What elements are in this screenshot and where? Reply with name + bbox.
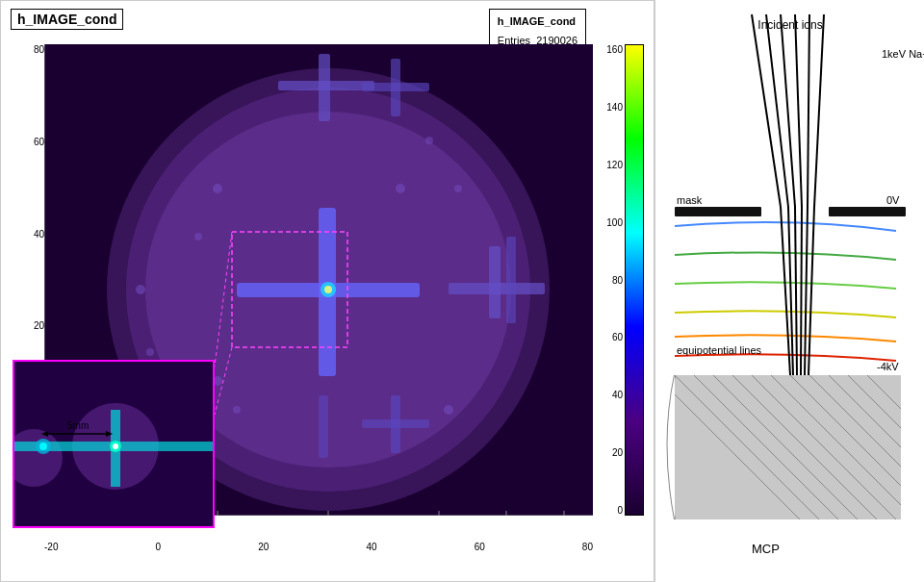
svg-point-25 [146,348,154,356]
stats-title: h_IMAGE_cond [498,13,578,31]
svg-rect-61 [829,207,906,216]
colorbar [625,44,644,516]
svg-point-20 [444,405,453,415]
ion-type-label: 1keV Na+ [882,48,924,60]
svg-point-17 [396,184,405,193]
svg-rect-11 [391,59,400,116]
histogram-panel: h_IMAGE_cond h_IMAGE_cond Entries 219002… [0,0,654,582]
svg-point-45 [39,443,47,450]
svg-point-23 [233,406,241,414]
equipotential-label: equipotential lines [677,344,762,356]
svg-line-79 [801,207,802,375]
svg-text:5mm: 5mm [67,420,89,431]
colorbar-labels: 160 140 120 100 80 60 40 20 0 [594,44,623,516]
svg-point-22 [454,185,462,192]
svg-point-43 [113,443,118,449]
svg-rect-12 [506,237,516,323]
voltage-neg4kv-label: -4kV [877,361,899,372]
svg-rect-15 [319,395,328,458]
diagram-panel: Incident ions 1keV Na+ mask 0V equipo [654,0,924,582]
mcp-label: MCP [752,542,780,556]
inset-svg: 5mm [14,362,215,528]
svg-rect-7 [319,54,330,121]
svg-point-21 [194,233,202,240]
svg-rect-9 [489,246,500,318]
diagram-svg: Incident ions 1keV Na+ mask 0V equipo [655,0,924,582]
inset-panel: 5mm [13,360,215,528]
svg-rect-14 [391,395,400,453]
plot-title: h_IMAGE_cond [11,9,123,30]
svg-point-19 [136,285,145,294]
svg-point-16 [213,184,222,193]
svg-point-24 [425,137,433,144]
mask-label: mask [677,194,703,206]
svg-point-36 [324,286,332,293]
svg-rect-62 [675,375,901,519]
svg-rect-60 [675,207,761,216]
voltage-0v-label: 0V [886,194,900,206]
x-axis: -20 0 20 40 60 80 [44,542,593,552]
